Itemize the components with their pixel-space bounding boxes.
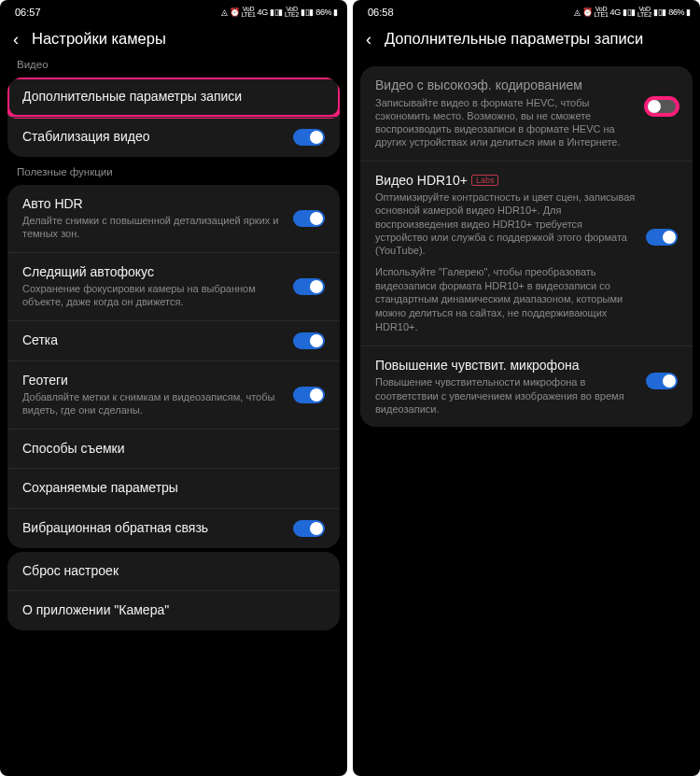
row-reset-settings[interactable]: Сброс настроек	[7, 552, 340, 591]
phone-right: 06:58 ◬⏰ VoDLTE14G▮▯▮ VoDLTE2▮▯▮ 86%▮ ‹ …	[353, 0, 700, 776]
row-title: Повышение чувствит. микрофона	[375, 358, 637, 374]
row-title: Авто HDR	[22, 196, 284, 213]
row-subtitle-1: Оптимизируйте контрастность и цвет сцен,…	[375, 190, 637, 257]
row-title: Сохраняемые параметры	[22, 480, 325, 497]
row-title: Сетка	[22, 332, 284, 349]
status-bar: 06:57 ◬⏰ VoDLTE14G▮▯▮ VoDLTE2▮▯▮ 86%▮	[0, 0, 347, 21]
row-subtitle: Добавляйте метки к снимкам и видеозапися…	[22, 390, 284, 417]
section-label-useful: Полезные функции	[0, 161, 347, 181]
toggle-grid[interactable]	[293, 332, 325, 349]
row-advanced-recording[interactable]: Дополнительные параметры записи	[7, 78, 340, 117]
row-hevc[interactable]: Видео с высокоэф. кодированием Записывай…	[360, 66, 693, 161]
toggle-stabilization[interactable]	[293, 129, 325, 146]
row-subtitle: Записывайте видео в формате HEVC, чтобы …	[375, 96, 637, 149]
row-vibration-feedback[interactable]: Вибрационная обратная связь	[7, 508, 340, 548]
toggle-tracking-af[interactable]	[293, 278, 325, 295]
row-geotags[interactable]: Геотеги Добавляйте метки к снимкам и вид…	[7, 360, 340, 429]
toggle-hevc[interactable]	[646, 98, 678, 115]
row-title: Видео HDR10+Labs	[375, 173, 637, 190]
row-title: Следящий автофокус	[22, 264, 284, 281]
phone-left: 06:57 ◬⏰ VoDLTE14G▮▯▮ VoDLTE2▮▯▮ 86%▮ ‹ …	[0, 0, 347, 776]
back-icon[interactable]: ‹	[13, 31, 19, 48]
toggle-mic-zoom[interactable]	[646, 373, 678, 389]
status-icons: ◬⏰ VoDLTE14G▮▯▮ VoDLTE2▮▯▮ 86%▮	[574, 7, 691, 19]
row-title: Вибрационная обратная связь	[22, 520, 284, 537]
group-footer: Сброс настроек О приложении "Камера"	[7, 552, 340, 630]
toggle-geotags[interactable]	[293, 387, 325, 403]
status-time: 06:57	[15, 7, 41, 18]
page-header: ‹ Настройки камеры	[0, 21, 347, 59]
row-mic-zoom[interactable]: Повышение чувствит. микрофона Повышение …	[360, 346, 693, 427]
toggle-vibration[interactable]	[293, 520, 325, 537]
status-time: 06:58	[368, 7, 394, 18]
row-subtitle: Повышение чувствительности микрофона в с…	[375, 375, 637, 416]
row-subtitle-2: Используйте "Галерею", чтобы преобразова…	[375, 265, 637, 334]
back-icon[interactable]: ‹	[366, 31, 371, 48]
page-header: ‹ Дополнительные параметры записи	[353, 21, 700, 59]
section-label-video: Видео	[0, 59, 347, 74]
row-title: Сброс настроек	[22, 563, 325, 580]
page-title: Дополнительные параметры записи	[385, 30, 643, 48]
row-title: Способы съемки	[22, 441, 325, 458]
group-video: Дополнительные параметры записи Стабилиз…	[7, 78, 340, 157]
row-subtitle: Делайте снимки с повышенной детализацией…	[22, 214, 284, 241]
row-title: О приложении "Камера"	[22, 602, 325, 619]
row-tracking-af[interactable]: Следящий автофокус Сохранение фокусировк…	[7, 252, 340, 320]
row-title: Геотеги	[22, 373, 284, 389]
page-title: Настройки камеры	[32, 30, 166, 48]
group-useful: Авто HDR Делайте снимки с повышенной дет…	[7, 185, 340, 548]
labs-badge: Labs	[471, 175, 499, 186]
row-saved-settings[interactable]: Сохраняемые параметры	[7, 468, 340, 508]
group-advanced-recording: Видео с высокоэф. кодированием Записывай…	[360, 66, 693, 427]
toggle-auto-hdr[interactable]	[293, 210, 325, 227]
row-auto-hdr[interactable]: Авто HDR Делайте снимки с повышенной дет…	[7, 185, 340, 252]
row-hdr10[interactable]: Видео HDR10+Labs Оптимизируйте контрастн…	[360, 161, 693, 346]
row-shooting-methods[interactable]: Способы съемки	[7, 429, 340, 469]
status-icons: ◬⏰ VoDLTE14G▮▯▮ VoDLTE2▮▯▮ 86%▮	[221, 7, 338, 19]
row-title: Видео с высокоэф. кодированием	[375, 78, 637, 94]
row-grid[interactable]: Сетка	[7, 320, 340, 360]
row-video-stabilization[interactable]: Стабилизация видео	[7, 117, 340, 157]
row-title: Стабилизация видео	[22, 129, 284, 146]
row-subtitle: Сохранение фокусировки камеры на выбранн…	[22, 282, 284, 309]
toggle-hdr10[interactable]	[646, 229, 678, 246]
row-about-camera[interactable]: О приложении "Камера"	[7, 590, 340, 630]
row-title: Дополнительные параметры записи	[22, 89, 325, 106]
status-bar: 06:58 ◬⏰ VoDLTE14G▮▯▮ VoDLTE2▮▯▮ 86%▮	[353, 0, 700, 21]
